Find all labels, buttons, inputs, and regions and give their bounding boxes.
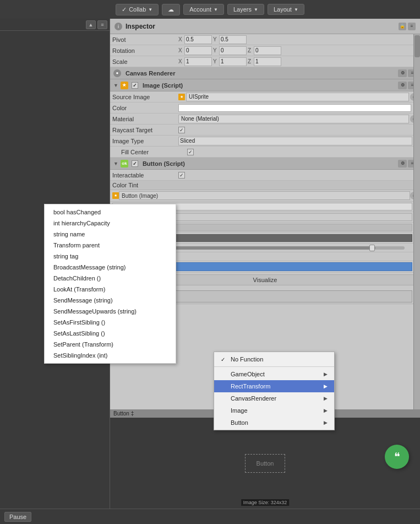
image-size-label: Image Size: 324x32 <box>241 499 290 506</box>
scale-x-field: X <box>178 57 212 66</box>
pivot-y-input[interactable] <box>219 35 247 44</box>
target-graphic-input[interactable]: Button (Image) <box>119 191 410 200</box>
inspector-header-icons: 🔒 ≡ <box>399 23 416 30</box>
color-label: Color <box>112 105 178 111</box>
fill-center-row: Fill Center <box>110 147 420 158</box>
inspector-title: Inspector <box>126 23 155 30</box>
menu-item-broadcastmessage[interactable]: BroadcastMessage (string) <box>45 262 176 273</box>
account-button[interactable]: Account ▼ <box>183 4 224 15</box>
pivot-y-label: Y <box>213 36 219 42</box>
sidebar-icon-btn-1[interactable]: ▲ <box>86 20 96 29</box>
button-enabled-checkbox[interactable] <box>132 160 138 167</box>
button-script-label: Button (Script) <box>143 160 185 167</box>
image-script-icon: ★ <box>121 82 128 89</box>
sidebar-mini-toolbar: ▲ ≡ <box>0 19 110 31</box>
color-swatch[interactable] <box>178 104 411 112</box>
dropdown-item-gameobject[interactable]: GameObject ▶ <box>214 368 334 380</box>
lock-icon[interactable]: 🔒 <box>399 23 406 30</box>
scale-x-input[interactable] <box>184 57 212 66</box>
collab-arrow-icon: ▼ <box>148 7 152 12</box>
canvas-renderer-icon: ● <box>113 69 121 77</box>
pivot-x-field: X <box>178 35 212 44</box>
inspector-header-icon: i <box>114 23 122 30</box>
cloud-icon: ☁ <box>168 6 174 13</box>
material-input[interactable]: None (Material) <box>178 115 409 123</box>
color-tint-row: Color Tint ▼ <box>110 181 420 190</box>
source-image-input[interactable]: UISprite <box>186 93 409 101</box>
material-value: None (Material) ○ <box>178 115 418 123</box>
menu-item-setparent[interactable]: SetParent (Transform) <box>45 339 176 350</box>
rotation-x-field: X <box>178 46 212 55</box>
canvas-renderer-header: ● Canvas Renderer ⚙ ≡ <box>110 67 420 79</box>
scale-z-input[interactable] <box>254 57 281 66</box>
rotation-row: Rotation X Y Z <box>110 45 420 56</box>
scale-row: Scale X Y Z <box>110 56 420 67</box>
dropdown-item-no-function[interactable]: ✓ No Function <box>214 353 334 365</box>
dropdown-no-function-label: No Function <box>231 356 263 363</box>
rotation-z-field: Z <box>248 46 281 55</box>
pivot-x-input[interactable] <box>184 35 212 44</box>
layout-button[interactable]: Layout ▼ <box>268 4 304 15</box>
scale-z-label: Z <box>248 58 253 64</box>
button-preview-text: Button <box>257 460 274 467</box>
canvasrenderer-arrow-icon: ▶ <box>324 396 328 401</box>
layers-arrow-icon: ▼ <box>254 7 258 12</box>
image-type-select[interactable]: Sliced <box>178 137 412 145</box>
menu-item-string-name[interactable]: string name <box>45 229 176 240</box>
game-view-content: Button Image Size: 324x32 <box>110 418 420 509</box>
scale-value: X Y Z <box>178 57 418 66</box>
menu-item-int-hierarchycapacity[interactable]: int hierarchyCapacity <box>45 218 176 229</box>
fill-center-label: Fill Center <box>121 149 187 155</box>
menu-item-setsiblingindex[interactable]: SetSiblingIndex (int) <box>45 350 176 361</box>
rotation-z-input[interactable] <box>254 46 281 55</box>
dropdown-item-button[interactable]: Button ▶ <box>214 417 334 429</box>
menu-icon[interactable]: ≡ <box>408 23 416 30</box>
image-script-settings-icon[interactable]: ⚙ <box>398 82 407 89</box>
menu-item-sendmessageupwards[interactable]: SendMessageUpwards (string) <box>45 306 176 317</box>
image-script-label: Image (Script) <box>143 82 183 89</box>
image-enabled-checkbox[interactable] <box>132 82 138 89</box>
pivot-label: Pivot <box>112 36 178 43</box>
fill-center-checkbox[interactable] <box>187 149 194 155</box>
menu-item-sendmessage[interactable]: SendMessage (string) <box>45 295 176 306</box>
menu-item-setaslastsibling[interactable]: SetAsLastSibling () <box>45 328 176 339</box>
menu-item-transform-parent[interactable]: Transform parent <box>45 240 176 251</box>
scrollbar-thumb[interactable] <box>414 35 420 57</box>
chat-bubble-button[interactable]: ❝ <box>385 445 409 469</box>
dropdown-gameobject-label: GameObject <box>231 371 265 377</box>
rotation-y-field: Y <box>213 46 247 55</box>
rotation-y-input[interactable] <box>219 46 247 55</box>
menu-item-detachchildren[interactable]: DetachChildren () <box>45 273 176 284</box>
source-image-label: Source Image <box>112 94 178 100</box>
scale-z-field: Z <box>248 57 281 66</box>
pause-button[interactable]: Pause <box>4 512 31 522</box>
menu-item-lookat[interactable]: LookAt (Transform) <box>45 284 176 295</box>
pivot-y-field: Y <box>213 35 247 44</box>
dropdown-item-recttransform[interactable]: RectTransform ▶ <box>214 380 334 392</box>
raycast-checkbox[interactable] <box>178 127 185 133</box>
sidebar-icon-btn-2[interactable]: ≡ <box>97 20 107 29</box>
collab-button[interactable]: ✓ Collab ▼ <box>116 4 159 15</box>
scale-y-input[interactable] <box>219 57 247 66</box>
button-script-settings-icon[interactable]: ⚙ <box>398 160 407 168</box>
rotation-x-input[interactable] <box>184 46 212 55</box>
layout-arrow-icon: ▼ <box>294 7 298 12</box>
scale-y-label: Y <box>213 58 219 64</box>
interactable-checkbox[interactable] <box>178 172 185 179</box>
dropdown-button-label: Button <box>231 419 248 426</box>
slider-thumb[interactable] <box>369 245 375 251</box>
menu-item-setasfirstsibling[interactable]: SetAsFirstSibling () <box>45 317 176 328</box>
pivot-x-label: X <box>178 36 184 42</box>
menu-item-bool-haschanged[interactable]: bool hasChanged <box>45 207 176 218</box>
dropdown-item-canvasrenderer[interactable]: CanvasRenderer ▶ <box>214 392 334 404</box>
pivot-row: Pivot X Y <box>110 34 420 45</box>
layers-button[interactable]: Layers ▼ <box>227 4 264 15</box>
interactable-label: Interactable <box>112 172 178 179</box>
context-menu-left: bool hasChanged int hierarchyCapacity st… <box>44 204 176 364</box>
menu-item-string-tag[interactable]: string tag <box>45 251 176 262</box>
source-image-value: ★ UISprite ○ <box>178 93 418 101</box>
cloud-button[interactable]: ☁ <box>162 4 180 15</box>
dropdown-item-image[interactable]: Image ▶ <box>214 404 334 417</box>
button-preview: Button <box>245 454 286 473</box>
canvas-renderer-settings-icon[interactable]: ⚙ <box>398 69 407 77</box>
